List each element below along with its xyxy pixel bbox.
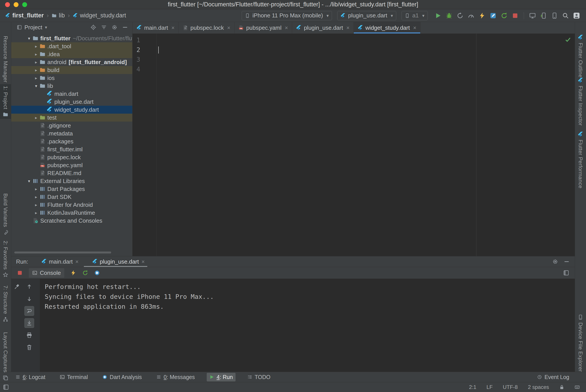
soft-wrap-icon[interactable]	[24, 306, 34, 316]
tree-item-plugin-use-dart[interactable]: plugin_use.dart	[11, 98, 132, 106]
debug-button[interactable]	[446, 12, 452, 19]
tree-item-flutter-for-android[interactable]: ▸Flutter for Android	[11, 201, 132, 209]
editor-tab-pubspec-yaml[interactable]: YMLpubspec.yaml×	[234, 22, 292, 34]
stop-button[interactable]	[512, 12, 519, 19]
tree-item-pubspec-yaml[interactable]: YMLpubspec.yaml	[11, 161, 132, 169]
expand-arrow-icon[interactable]: ▸	[32, 60, 40, 65]
down-stack-trace-icon[interactable]	[24, 294, 34, 304]
file-encoding[interactable]: UTF-8	[503, 384, 518, 390]
expand-arrow-icon[interactable]: ▸	[32, 44, 40, 49]
search-everywhere-button[interactable]	[562, 12, 569, 19]
tool-window-button-dart-analysis[interactable]: Dart Analysis	[100, 373, 144, 382]
tree-item-main-dart[interactable]: main.dart	[11, 90, 132, 98]
close-tab-icon[interactable]: ×	[413, 25, 417, 31]
tree-item-pubspec-lock[interactable]: pubspec.lock	[11, 153, 132, 161]
settings-icon[interactable]	[112, 24, 117, 30]
expand-arrow-icon[interactable]: ▸	[32, 76, 40, 80]
minimize-window-button[interactable]	[14, 2, 18, 7]
stripe-button-build-variants[interactable]: Build Variants	[0, 192, 11, 237]
run-tab-plugin-use-dart[interactable]: plugin_use.dart×	[82, 256, 149, 267]
device-selector[interactable]: iPhone 11 Pro Max (mobile) ▾	[242, 11, 332, 20]
tree-item-lib[interactable]: ▾lib	[11, 82, 132, 90]
tree-item-readme-md[interactable]: README.md	[11, 169, 132, 177]
tool-window-button-messages[interactable]: 0: Messages	[154, 373, 197, 382]
tree-item-widget-study-dart[interactable]: widget_study.dart	[11, 106, 132, 114]
tree-item-external-libraries[interactable]: ▾External Libraries	[11, 177, 132, 185]
device-manager-button[interactable]	[540, 12, 547, 19]
indent-style[interactable]: 2 spaces	[528, 384, 549, 390]
close-window-button[interactable]	[5, 2, 10, 7]
editor-tab-pubspec-lock[interactable]: pubspec.lock×	[179, 22, 234, 34]
event-log-button[interactable]: Event Log	[535, 373, 572, 382]
close-tab-icon[interactable]: ×	[285, 25, 288, 31]
console-output[interactable]: Performing hot restart...Syncing files t…	[40, 279, 575, 372]
breadcrumb-item[interactable]: first_flutter	[5, 12, 44, 19]
close-tab-icon[interactable]: ×	[227, 25, 230, 31]
expand-arrow-icon[interactable]: ▸	[32, 68, 40, 73]
flutter-hot-restart-button[interactable]	[501, 12, 508, 19]
stripe-button-flutter-outline[interactable]: Flutter Outline	[575, 33, 586, 79]
tree-item--packages[interactable]: .packages	[11, 138, 132, 145]
layout-settings-icon[interactable]	[563, 270, 569, 276]
tree-item-kotlinjavaruntime[interactable]: ▸KotlinJavaRuntime	[11, 209, 132, 217]
line-separator[interactable]: LF	[487, 384, 493, 390]
expand-arrow-icon[interactable]: ▸	[32, 194, 40, 200]
stripe-button-flutter-inspector[interactable]: Flutter Inspector	[575, 76, 586, 128]
file-writable-icon[interactable]	[559, 384, 565, 390]
zoom-window-button[interactable]	[22, 2, 27, 7]
run-tab-main-dart[interactable]: main.dart×	[32, 256, 82, 267]
editor-tab-plugin-use-dart[interactable]: plugin_use.dart×	[292, 22, 354, 34]
run-settings-icon[interactable]	[552, 259, 558, 264]
stripe-button-resource-manager[interactable]: Resource Manager	[0, 34, 11, 92]
pin-icon[interactable]	[14, 284, 20, 290]
scroll-to-end-icon[interactable]	[24, 318, 34, 328]
stop-icon[interactable]	[17, 270, 23, 276]
tree-item-build[interactable]: ▸build	[11, 66, 132, 74]
chevron-down-icon[interactable]: ▾	[45, 25, 47, 30]
stripe-button-device-file-explorer[interactable]: Device File Explorer	[575, 313, 586, 374]
clear-console-icon[interactable]	[24, 342, 34, 352]
breadcrumb-item[interactable]: lib	[52, 12, 65, 19]
hot-reload-icon[interactable]	[70, 270, 76, 276]
tool-window-button-run[interactable]: 4: Run	[207, 373, 236, 382]
avd-selector[interactable]: a1 ▾	[402, 11, 428, 20]
breadcrumb-item[interactable]: widget_study.dart	[73, 12, 126, 19]
tree-item--dart-tool[interactable]: ▸.dart_tool	[11, 42, 132, 50]
caret-position[interactable]: 2:1	[469, 384, 476, 390]
hot-restart-icon[interactable]	[82, 270, 88, 276]
expand-arrow-icon[interactable]: ▸	[32, 210, 40, 216]
tree-item--idea[interactable]: ▸.idea	[11, 50, 132, 58]
inspections-ok-icon[interactable]	[565, 36, 571, 43]
close-tab-icon[interactable]: ×	[75, 258, 78, 265]
up-stack-trace-icon[interactable]	[24, 282, 34, 292]
tree-item-scratches-and-consoles[interactable]: Scratches and Consoles	[11, 217, 132, 225]
tree-item--metadata[interactable]: .metadata	[11, 130, 132, 138]
print-icon[interactable]	[24, 330, 34, 340]
profile-button[interactable]	[468, 12, 474, 19]
expand-arrow-icon[interactable]: ▸	[32, 202, 40, 208]
collapse-arrow-icon[interactable]: ▾	[25, 36, 32, 41]
stripe-button-7-structure[interactable]: 7: Structure	[0, 284, 11, 324]
tree-item-dart-packages[interactable]: ▸Dart Packages	[11, 185, 132, 193]
hide-run-panel-icon[interactable]	[564, 259, 570, 264]
expand-arrow-icon[interactable]: ▸	[32, 186, 40, 192]
editor-tab-widget-study-dart[interactable]: widget_study.dart×	[354, 22, 421, 34]
open-devtools-icon[interactable]	[94, 270, 100, 276]
run-config-selector[interactable]: plugin_use.dart ▾	[337, 11, 396, 20]
collapse-arrow-icon[interactable]: ▾	[32, 84, 40, 88]
expand-arrow-icon[interactable]: ▸	[32, 52, 40, 57]
tree-item-first-flutter-iml[interactable]: first_flutter.iml	[11, 145, 132, 153]
select-opened-file-icon[interactable]	[90, 24, 96, 30]
stripe-button-flutter-performance[interactable]: Flutter Performance	[575, 130, 586, 190]
highlighting-level-icon[interactable]	[575, 384, 580, 390]
expand-arrow-icon[interactable]: ▸	[32, 115, 40, 120]
flutter-hot-reload-button[interactable]	[479, 12, 485, 19]
stripe-button-1-project[interactable]: 1: Project	[0, 84, 11, 119]
tree-item-ios[interactable]: ▸ios	[11, 74, 132, 82]
tool-window-button-terminal[interactable]: Terminal	[57, 373, 90, 382]
hide-panel-icon[interactable]	[122, 24, 128, 30]
layout-inspector-button[interactable]	[529, 12, 536, 19]
stripe-button-layout-captures[interactable]: Layout Captures	[0, 330, 11, 382]
collapse-all-icon[interactable]	[101, 24, 107, 30]
tool-window-button-todo[interactable]: TODO	[245, 373, 273, 382]
